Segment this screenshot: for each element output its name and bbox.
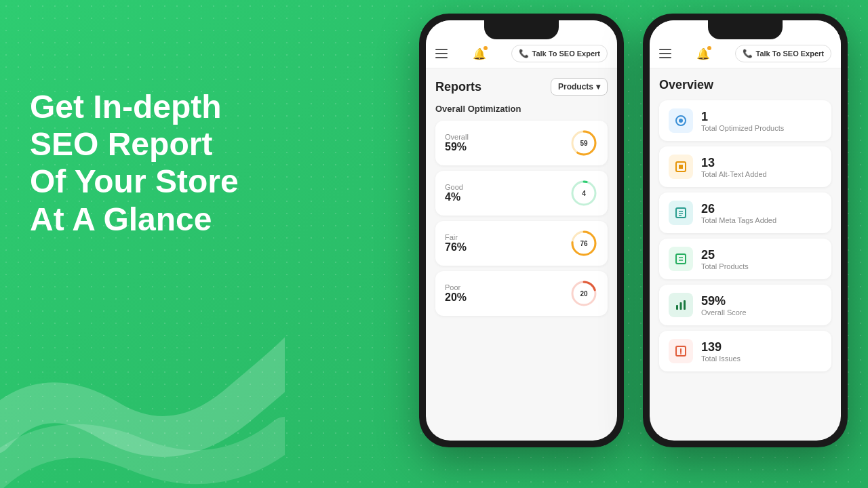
overview-icon-3 xyxy=(669,247,693,271)
overview-icon-2 xyxy=(669,201,693,225)
hero-text: Get In-depth SEO Report Of Your Store At… xyxy=(30,88,239,238)
svg-rect-20 xyxy=(680,302,682,310)
hero-line4: At A Glance xyxy=(30,201,239,238)
section-label: Overall Optimization xyxy=(435,104,608,114)
menu-icon-2[interactable] xyxy=(659,49,671,58)
overview-card-4: 59% Overall Score xyxy=(659,285,831,325)
stat-value: 76% xyxy=(445,241,467,253)
stat-info: Fair 76% xyxy=(445,233,467,253)
overview-number-0: 1 xyxy=(701,110,784,124)
overview-label-4: Overall Score xyxy=(701,308,747,317)
hero-line1: Get In-depth xyxy=(30,88,239,125)
stat-info: Poor 20% xyxy=(445,283,467,304)
stat-card-poor: Poor 20% 20 xyxy=(435,271,608,316)
overview-number-3: 25 xyxy=(701,248,749,262)
stat-card-fair: Fair 76% 76 xyxy=(435,221,608,266)
overview-label-3: Total Products xyxy=(701,262,749,270)
stat-value: 20% xyxy=(445,291,467,304)
stat-label: Good xyxy=(445,183,463,191)
phone-2-screen: 🔔 📞 Talk To SEO Expert Overview 1 Total … xyxy=(650,20,841,441)
talk-btn-label-1: Talk To SEO Expert xyxy=(532,49,600,58)
phone-icon: 📞 xyxy=(519,49,529,58)
phone1-body: Reports Products ▾ Overall Optimization … xyxy=(426,68,617,441)
circle-progress: 20 xyxy=(570,279,598,308)
overview-number-1: 13 xyxy=(701,156,767,170)
overview-number-2: 26 xyxy=(701,202,776,216)
phones-container: 🔔 📞 Talk To SEO Expert Reports Products xyxy=(419,14,848,447)
chevron-down-icon: ▾ xyxy=(596,82,600,92)
overview-cards-container: 1 Total Optimized Products 13 Total Alt-… xyxy=(659,100,831,371)
overview-card-1: 13 Total Alt-Text Added xyxy=(659,146,831,187)
stat-card-overall: Overall 59% 59 xyxy=(435,121,608,165)
circle-number: 4 xyxy=(582,190,586,197)
overview-info-3: 25 Total Products xyxy=(701,248,749,270)
reports-header: Reports Products ▾ xyxy=(435,78,608,96)
overview-info-4: 59% Overall Score xyxy=(701,294,747,317)
overview-number-4: 59% xyxy=(701,294,747,308)
overview-info-5: 139 Total Issues xyxy=(701,340,741,363)
stat-card-good: Good 4% 4 xyxy=(435,171,608,216)
stat-value: 59% xyxy=(445,141,469,153)
phone-2-notch xyxy=(708,20,783,39)
overview-label-2: Total Meta Tags Added xyxy=(701,216,776,224)
bell-notification-dot-2 xyxy=(707,46,711,50)
dropdown-label: Products xyxy=(558,82,593,92)
phone-icon-2: 📞 xyxy=(743,49,753,58)
overview-card-3: 25 Total Products xyxy=(659,239,831,279)
talk-btn-label-2: Talk To SEO Expert xyxy=(756,49,824,58)
circle-number: 76 xyxy=(580,240,587,247)
overview-info-2: 26 Total Meta Tags Added xyxy=(701,202,776,224)
stat-value: 4% xyxy=(445,191,463,203)
circle-progress: 4 xyxy=(570,179,598,207)
overview-card-0: 1 Total Optimized Products xyxy=(659,100,831,141)
circle-progress: 59 xyxy=(570,129,598,157)
svg-rect-12 xyxy=(676,208,686,218)
bell-icon[interactable]: 🔔 xyxy=(473,47,486,60)
bell-icon-2[interactable]: 🔔 xyxy=(696,47,710,60)
overview-icon-0 xyxy=(669,108,693,133)
wave-decoration xyxy=(0,298,285,488)
overview-icon-5 xyxy=(669,339,693,363)
overview-info-1: 13 Total Alt-Text Added xyxy=(701,156,767,178)
svg-point-24 xyxy=(680,353,682,354)
hero-line3: Of Your Store xyxy=(30,163,239,200)
products-dropdown[interactable]: Products ▾ xyxy=(551,78,608,96)
overview-card-5: 139 Total Issues xyxy=(659,331,831,371)
bell-notification-dot xyxy=(484,46,488,50)
talk-seo-btn-phone1[interactable]: 📞 Talk To SEO Expert xyxy=(511,45,608,62)
svg-rect-21 xyxy=(684,300,686,310)
overview-label-5: Total Issues xyxy=(701,354,741,363)
phone-1-notch xyxy=(484,20,559,39)
stat-label: Overall xyxy=(445,133,469,141)
stat-info: Good 4% xyxy=(445,183,463,203)
phone-2: 🔔 📞 Talk To SEO Expert Overview 1 Total … xyxy=(643,14,848,447)
svg-rect-16 xyxy=(676,254,686,264)
circle-number: 20 xyxy=(580,290,587,298)
stat-cards-container: Overall 59% 59 Good 4% 4 Fair 76% xyxy=(435,121,608,316)
phone-1-screen: 🔔 📞 Talk To SEO Expert Reports Products xyxy=(426,20,617,441)
phone-1-content: 🔔 📞 Talk To SEO Expert Reports Products xyxy=(426,20,617,441)
overview-title: Overview xyxy=(659,78,831,92)
phone-2-content: 🔔 📞 Talk To SEO Expert Overview 1 Total … xyxy=(650,20,841,441)
circle-number: 59 xyxy=(580,140,587,147)
overview-info-0: 1 Total Optimized Products xyxy=(701,110,784,132)
stat-info: Overall 59% xyxy=(445,133,469,153)
hero-line2: SEO Report xyxy=(30,125,239,163)
overview-card-2: 26 Total Meta Tags Added xyxy=(659,192,831,233)
svg-rect-19 xyxy=(676,305,678,310)
overview-label-1: Total Alt-Text Added xyxy=(701,170,767,178)
overview-icon-1 xyxy=(669,155,693,179)
overview-number-5: 139 xyxy=(701,340,741,354)
phone-1: 🔔 📞 Talk To SEO Expert Reports Products xyxy=(419,14,624,447)
menu-icon[interactable] xyxy=(435,49,448,58)
stat-label: Poor xyxy=(445,283,467,291)
svg-point-9 xyxy=(679,119,683,123)
svg-rect-11 xyxy=(679,165,683,169)
talk-seo-btn-phone2[interactable]: 📞 Talk To SEO Expert xyxy=(735,45,831,62)
reports-title: Reports xyxy=(435,80,481,94)
phone2-body: Overview 1 Total Optimized Products 13 T… xyxy=(650,68,841,441)
circle-progress: 76 xyxy=(570,229,598,258)
overview-label-0: Total Optimized Products xyxy=(701,124,784,132)
overview-icon-4 xyxy=(669,293,693,317)
stat-label: Fair xyxy=(445,233,467,241)
